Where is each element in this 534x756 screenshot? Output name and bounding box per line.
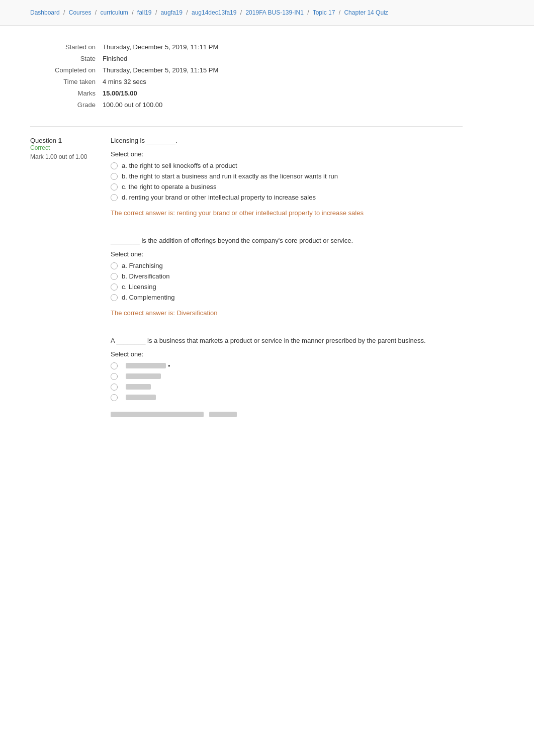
completed-on-label: Completed on (31, 65, 102, 75)
question-3-text: A ________ is a business that markets a … (111, 337, 463, 344)
q1-radio-a (111, 162, 118, 169)
q3-option-text-2 (126, 373, 161, 379)
q3-correct-answer-block (111, 412, 204, 417)
main-content: Started on Thursday, December 5, 2019, 1… (0, 26, 493, 444)
breadcrumb-course[interactable]: 2019FA BUS-139-IN1 (245, 9, 303, 16)
marks-value: 15.00/15.00 (103, 88, 218, 99)
question-3-meta (30, 337, 111, 419)
question-3-select-one: Select one: (111, 350, 463, 358)
q3-radio-3 (111, 384, 118, 391)
q1-option-c: c. the right to operate a business (111, 183, 463, 191)
time-taken-value: 4 mins 32 secs (103, 76, 218, 87)
started-on-value: Thursday, December 5, 2019, 11:11 PM (103, 42, 218, 52)
q1-option-b: b. the right to start a business and run… (111, 172, 463, 180)
question-2-body: ________ is the addition of offerings be… (111, 237, 463, 327)
question-2-options: a. Franchising b. Diversification c. Lic… (111, 262, 463, 301)
q1-option-a: a. the right to sell knockoffs of a prod… (111, 162, 463, 169)
q3-option-row-1: ▪ (111, 362, 463, 369)
question-1-select-one: Select one: (111, 150, 463, 158)
breadcrumb-courses[interactable]: Courses (69, 9, 92, 16)
q3-radio-1 (111, 362, 118, 369)
q3-radio-4 (111, 394, 118, 401)
q2-radio-b (111, 273, 118, 280)
q2-option-c: c. Licensing (111, 283, 463, 291)
breadcrumb-dashboard[interactable]: Dashboard (30, 9, 60, 16)
question-1-body: Licensing is ________. Select one: a. th… (111, 137, 463, 227)
question-3-options-redacted: ▪ (111, 362, 463, 401)
breadcrumb-quiz[interactable]: Chapter 14 Quiz (344, 9, 388, 16)
question-3-body: A ________ is a business that markets a … (111, 337, 463, 419)
q3-option-row-2 (111, 372, 463, 380)
q3-option-row-3 (111, 383, 463, 391)
q3-radio-2 (111, 373, 118, 380)
breadcrumb-aug14dec13fa19[interactable]: aug14dec13fa19 (192, 9, 236, 16)
question-2-text: ________ is the addition of offerings be… (111, 237, 463, 244)
question-1-section: Question 1 Correct Mark 1.00 out of 1.00… (30, 126, 463, 227)
completed-on-value: Thursday, December 5, 2019, 11:15 PM (103, 65, 218, 75)
q1-radio-d (111, 194, 118, 201)
marks-label: Marks (31, 88, 102, 99)
question-1-label: Question 1 (30, 137, 111, 144)
question-2-section: ________ is the addition of offerings be… (30, 237, 463, 327)
q1-option-d: d. renting your brand or other intellect… (111, 194, 463, 201)
breadcrumb-augfa19[interactable]: augfa19 (161, 9, 183, 16)
q3-option-extra-1: ▪ (168, 362, 170, 369)
grade-label: Grade (31, 100, 102, 110)
question-1-meta: Question 1 Correct Mark 1.00 out of 1.00 (30, 137, 111, 227)
started-on-label: Started on (31, 42, 102, 52)
q2-option-b: b. Diversification (111, 272, 463, 280)
q2-radio-d (111, 294, 118, 301)
question-2-meta (30, 237, 111, 327)
state-label: State (31, 53, 102, 64)
q2-option-a: a. Franchising (111, 262, 463, 269)
breadcrumb-fall19[interactable]: fall19 (137, 9, 152, 16)
question-3-section: A ________ is a business that markets a … (30, 337, 463, 419)
breadcrumb-curriculum[interactable]: curriculum (100, 9, 128, 16)
grade-value: 100.00 out of 100.00 (103, 100, 218, 110)
q3-option-text-1 (126, 363, 166, 368)
quiz-info-table: Started on Thursday, December 5, 2019, 1… (30, 41, 219, 111)
q3-correct-answer-block2 (209, 412, 237, 417)
question-2-correct-answer: The correct answer is: Diversification (111, 309, 463, 317)
question-1-mark: Mark 1.00 out of 1.00 (30, 153, 111, 160)
q2-option-d: d. Complementing (111, 294, 463, 301)
question-1-status: Correct (30, 144, 111, 151)
q2-radio-c (111, 284, 118, 291)
time-taken-label: Time taken (31, 76, 102, 87)
question-2-select-one: Select one: (111, 250, 463, 258)
question-3-correct-answer-redacted (111, 411, 463, 419)
q3-option-row-4 (111, 394, 463, 401)
q3-option-text-3 (126, 384, 151, 390)
q1-radio-c (111, 183, 118, 191)
q1-radio-b (111, 173, 118, 180)
question-1-options: a. the right to sell knockoffs of a prod… (111, 162, 463, 201)
question-1-correct-answer: The correct answer is: renting your bran… (111, 209, 463, 217)
breadcrumb-topic[interactable]: Topic 17 (313, 9, 335, 16)
state-value: Finished (103, 53, 218, 64)
q2-radio-a (111, 262, 118, 269)
question-1-text: Licensing is ________. (111, 137, 463, 144)
breadcrumb: Dashboard / Courses / curriculum / fall1… (0, 0, 534, 26)
q3-option-text-4 (126, 395, 156, 400)
